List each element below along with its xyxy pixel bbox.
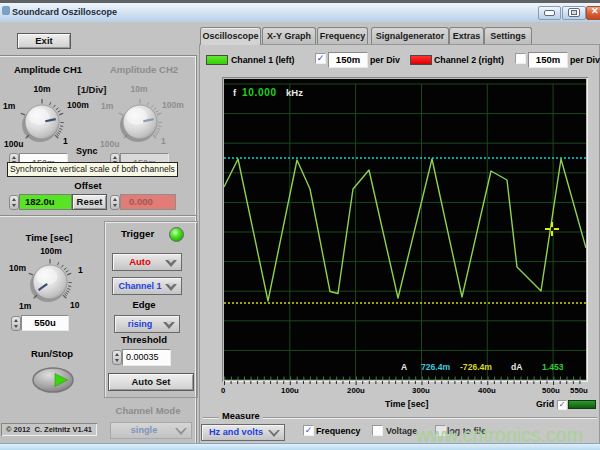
svg-text:-726.4m: -726.4m <box>460 362 492 372</box>
svg-text:kHz: kHz <box>286 87 303 98</box>
svg-text:1.453: 1.453 <box>542 362 564 372</box>
svg-text:726.4m: 726.4m <box>421 362 451 372</box>
svg-text:10.000: 10.000 <box>242 87 277 98</box>
svg-text:A: A <box>401 362 407 372</box>
svg-text:dA: dA <box>511 362 522 372</box>
